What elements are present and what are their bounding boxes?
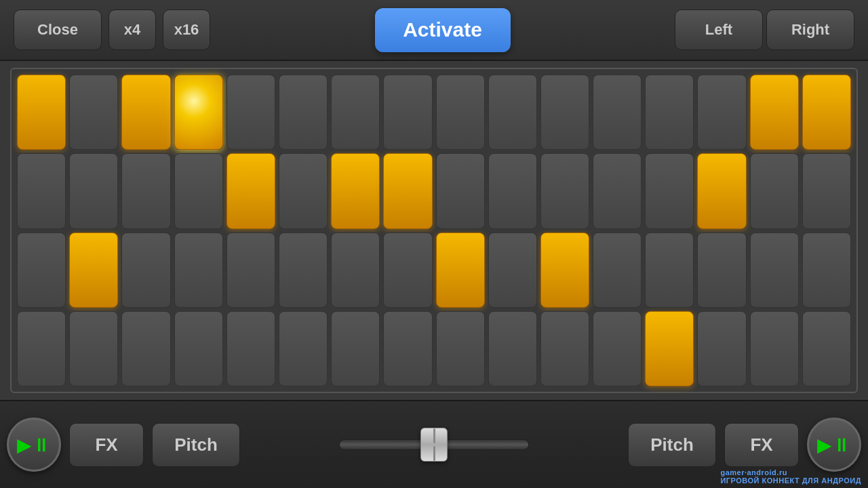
grid-cell[interactable] <box>593 232 642 308</box>
grid-cell[interactable] <box>645 153 694 228</box>
watermark-sub: ИГРОВОЙ КОННЕКТ ДЛЯ АНДРОИД <box>720 476 861 485</box>
right-button[interactable]: Right <box>766 9 854 50</box>
grid-cell[interactable] <box>645 232 694 308</box>
grid-cell[interactable] <box>69 153 118 228</box>
grid-cell[interactable] <box>383 153 432 228</box>
grid-cell[interactable] <box>279 232 328 308</box>
play-pause-right-button[interactable]: ▶⏸ <box>807 418 861 472</box>
grid-cell[interactable] <box>331 232 380 308</box>
grid-cell[interactable] <box>121 311 170 386</box>
grid-cell[interactable] <box>488 75 537 150</box>
grid-cell[interactable] <box>69 75 118 150</box>
slider-line-right <box>433 446 435 461</box>
play-pause-icon: ▶⏸ <box>17 434 51 456</box>
grid-cell[interactable] <box>697 232 746 308</box>
grid-cell[interactable] <box>697 311 746 386</box>
grid-cell[interactable] <box>174 75 223 150</box>
grid-cell[interactable] <box>436 232 485 308</box>
grid-cell[interactable] <box>121 153 170 228</box>
grid-cell[interactable] <box>17 153 66 228</box>
x16-button[interactable]: x16 <box>163 9 210 50</box>
top-bar: Close x4 x16 Activate Left Right <box>0 0 868 61</box>
grid-cell[interactable] <box>802 232 851 308</box>
bottom-left-controls: ▶⏸ FX Pitch <box>7 418 240 472</box>
grid-cell[interactable] <box>383 75 432 150</box>
grid-cell[interactable] <box>69 311 118 386</box>
grid-cell[interactable] <box>174 153 223 228</box>
grid-cell[interactable] <box>226 153 275 228</box>
grid-cell[interactable] <box>174 232 223 308</box>
grid-cell[interactable] <box>69 232 118 308</box>
grid-cell[interactable] <box>540 232 589 308</box>
grid-cell[interactable] <box>121 75 170 150</box>
grid-cell[interactable] <box>593 311 642 386</box>
grid-cell[interactable] <box>488 232 537 308</box>
grid-cell[interactable] <box>436 153 485 228</box>
grid-cell[interactable] <box>802 153 851 228</box>
x4-button[interactable]: x4 <box>108 9 156 50</box>
activate-button[interactable]: Activate <box>375 8 511 52</box>
grid-cell[interactable] <box>383 232 432 308</box>
pitch-left-button[interactable]: Pitch <box>152 423 240 467</box>
bottom-bar: ▶⏸ FX Pitch Pitch FX ▶⏸ gamer·android.ru… <box>0 400 868 488</box>
grid-cell[interactable] <box>697 75 746 150</box>
grid-cell[interactable] <box>802 75 851 150</box>
grid-cell[interactable] <box>436 311 485 386</box>
grid-cell[interactable] <box>593 153 642 228</box>
grid-cell[interactable] <box>750 311 799 386</box>
grid-cell[interactable] <box>488 153 537 228</box>
grid-cell[interactable] <box>226 75 275 150</box>
grid-cell[interactable] <box>697 153 746 228</box>
grid-cell[interactable] <box>226 232 275 308</box>
top-left-controls: Close x4 x16 <box>14 9 210 50</box>
sequencer-grid <box>10 68 858 393</box>
slider-tick-center <box>434 430 435 437</box>
grid-cell[interactable] <box>331 311 380 386</box>
top-right-controls: Left Right <box>675 9 854 50</box>
grid-cell[interactable] <box>593 75 642 150</box>
play-pause-right-icon: ▶⏸ <box>817 434 851 456</box>
grid-cell[interactable] <box>17 75 66 150</box>
watermark-text: gamer·android.ru <box>720 468 787 476</box>
watermark: gamer·android.ru ИГРОВОЙ КОННЕКТ ДЛЯ АНД… <box>720 468 861 485</box>
grid-cell[interactable] <box>802 311 851 386</box>
grid-cell[interactable] <box>174 311 223 386</box>
grid-cell[interactable] <box>17 311 66 386</box>
close-button[interactable]: Close <box>14 9 102 50</box>
grid-cell[interactable] <box>17 232 66 308</box>
grid-cell[interactable] <box>279 311 328 386</box>
grid-cell[interactable] <box>750 75 799 150</box>
grid-cell[interactable] <box>121 232 170 308</box>
bottom-right-controls: Pitch FX ▶⏸ <box>628 418 861 472</box>
crossfader-track[interactable] <box>339 439 529 450</box>
grid-area <box>0 61 868 400</box>
grid-cell[interactable] <box>750 232 799 308</box>
grid-cell[interactable] <box>540 153 589 228</box>
fx-right-button[interactable]: FX <box>724 423 799 467</box>
grid-cell[interactable] <box>226 311 275 386</box>
grid-cell[interactable] <box>383 311 432 386</box>
center-slider-area <box>326 439 542 450</box>
play-pause-button[interactable]: ▶⏸ <box>7 418 61 472</box>
grid-cell[interactable] <box>331 153 380 228</box>
grid-cell[interactable] <box>331 75 380 150</box>
pitch-right-button[interactable]: Pitch <box>628 423 716 467</box>
grid-cell[interactable] <box>436 75 485 150</box>
grid-cell[interactable] <box>645 311 694 386</box>
grid-cell[interactable] <box>540 311 589 386</box>
grid-cell[interactable] <box>488 311 537 386</box>
grid-cell[interactable] <box>279 75 328 150</box>
grid-cell[interactable] <box>750 153 799 228</box>
fx-left-button[interactable]: FX <box>69 423 144 467</box>
grid-cell[interactable] <box>279 153 328 228</box>
grid-cell[interactable] <box>645 75 694 150</box>
left-button[interactable]: Left <box>675 9 763 50</box>
grid-cell[interactable] <box>540 75 589 150</box>
